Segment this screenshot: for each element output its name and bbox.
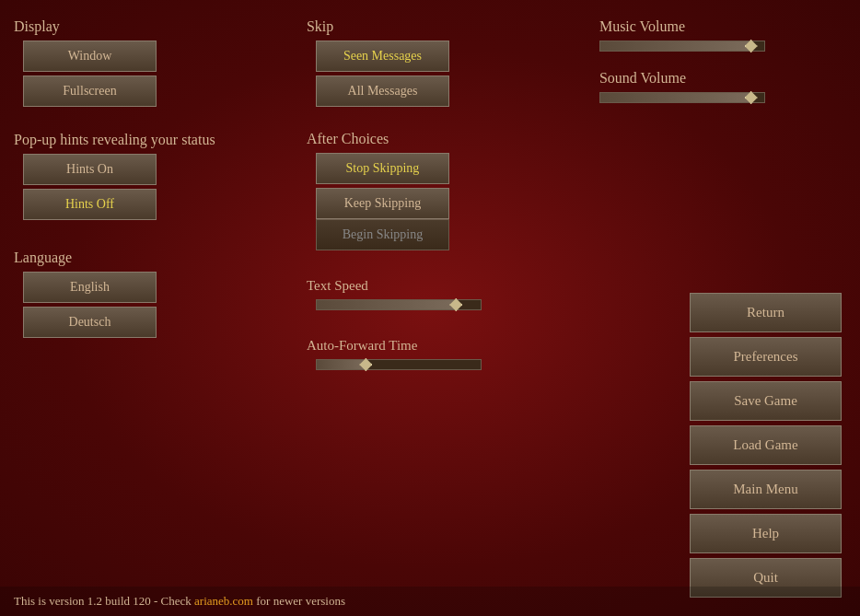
load-game-button[interactable]: Load Game (690, 425, 842, 465)
begin-skipping-button[interactable]: Begin Skipping (316, 219, 449, 250)
hints-section: Pop-up hints revealing your status Hints… (14, 132, 279, 220)
keep-skipping-button[interactable]: Keep Skipping (316, 188, 449, 219)
language-btn-group: English Deutsch (14, 272, 279, 338)
auto-forward-fill (317, 360, 366, 369)
english-button[interactable]: English (23, 272, 157, 303)
music-volume-label: Music Volume (599, 18, 846, 35)
skip-label: Skip (307, 18, 572, 35)
sound-volume-track[interactable] (599, 92, 765, 103)
left-panel: Display Window Fullscreen Pop-up hints r… (0, 9, 293, 607)
text-speed-label: Text Speed (307, 278, 572, 294)
nav-buttons: Return Preferences Save Game Load Game M… (599, 293, 846, 598)
hints-off-button[interactable]: Hints Off (23, 189, 157, 220)
display-btn-group: Window Fullscreen (14, 41, 279, 107)
right-panel: Music Volume Sound Volume Return Prefere… (586, 9, 860, 607)
sound-volume-section: Sound Volume (599, 70, 846, 103)
language-label: Language (14, 250, 279, 266)
window-button[interactable]: Window (23, 41, 157, 72)
after-choices-btn-group: Stop Skipping Keep Skipping (307, 153, 572, 219)
skip-btn-group: Seen Messages All Messages (307, 41, 572, 107)
arianeb-link[interactable]: arianeb.com (194, 594, 253, 608)
after-choices-label: After Choices (307, 131, 572, 147)
fullscreen-button[interactable]: Fullscreen (23, 76, 157, 107)
help-button[interactable]: Help (690, 514, 842, 553)
text-speed-fill (317, 300, 456, 309)
save-game-button[interactable]: Save Game (690, 381, 842, 421)
stop-skipping-button[interactable]: Stop Skipping (316, 153, 449, 184)
sound-volume-label: Sound Volume (599, 70, 846, 87)
hints-label: Pop-up hints revealing your status (14, 132, 279, 148)
all-messages-button[interactable]: All Messages (316, 76, 449, 107)
seen-messages-button[interactable]: Seen Messages (316, 41, 449, 72)
language-section: Language English Deutsch (14, 250, 279, 338)
display-section: Display Window Fullscreen (14, 18, 279, 107)
hints-btn-group: Hints On Hints Off (14, 154, 279, 220)
deutsch-button[interactable]: Deutsch (23, 307, 157, 338)
hints-on-button[interactable]: Hints On (23, 154, 157, 185)
preferences-button[interactable]: Preferences (690, 337, 842, 377)
auto-forward-track[interactable] (316, 359, 482, 370)
auto-forward-section: Auto-Forward Time (307, 338, 572, 370)
link-suffix: for newer versions (253, 594, 345, 608)
skip-section: Skip Seen Messages All Messages (307, 18, 572, 107)
main-menu-button[interactable]: Main Menu (690, 470, 842, 509)
text-speed-track[interactable] (316, 299, 482, 310)
music-volume-fill (600, 41, 751, 51)
sound-volume-fill (600, 93, 751, 102)
music-volume-section: Music Volume (599, 18, 846, 52)
music-volume-track[interactable] (599, 41, 765, 52)
version-text: This is version 1.2 build 120 - Check (14, 594, 194, 608)
return-button[interactable]: Return (690, 293, 842, 332)
text-speed-section: Text Speed (307, 278, 572, 310)
display-label: Display (14, 18, 279, 35)
after-choices-section: After Choices Stop Skipping Keep Skippin… (307, 131, 572, 250)
auto-forward-label: Auto-Forward Time (307, 338, 572, 354)
bottom-bar: This is version 1.2 build 120 - Check ar… (0, 587, 860, 616)
middle-panel: Skip Seen Messages All Messages After Ch… (293, 9, 586, 607)
